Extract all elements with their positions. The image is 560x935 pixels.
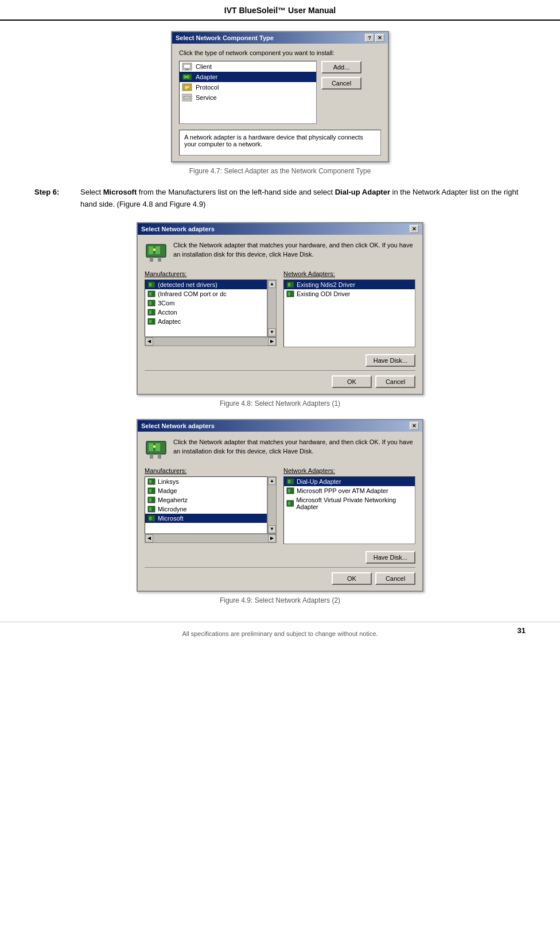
sna1-h-scroll[interactable]: ◀ ▶	[145, 337, 277, 346]
sna2-mfr-row-2[interactable]: Megahertz	[145, 495, 267, 505]
sna1-manufacturers-listbox-wrap: (detected net drivers) (Infrared COM por…	[145, 280, 277, 337]
page-footer: All specifications are preliminary and s…	[0, 622, 560, 643]
mfr-label-1: (Infrared COM port or dc	[158, 290, 227, 297]
sna2-mfr-row-4[interactable]: Microsoft	[145, 514, 267, 523]
mfr-icon-4	[147, 318, 155, 325]
sna1-manufacturers-list[interactable]: (detected net drivers) (Infrared COM por…	[145, 280, 267, 337]
sna1-adapter-row-1[interactable]: Existing ODI Driver	[284, 289, 415, 298]
sna2-adapter-icon-0	[286, 478, 294, 485]
sna1-manufacturers-scrollbar[interactable]: ▲ ▼	[267, 280, 277, 337]
sna2-header-text: Click the Network adapter that matches y…	[173, 437, 415, 456]
service-label: Service	[196, 94, 217, 101]
sna2-adapter-label-2: Microsoft Virtual Private Networking Ada…	[296, 496, 413, 510]
mfr-icon-0	[147, 281, 155, 288]
svg-rect-2	[185, 69, 189, 70]
h-scroll-track[interactable]	[153, 337, 268, 346]
sna2-manufacturers-list[interactable]: Linksys Madge Megahertz	[145, 476, 267, 534]
add-button[interactable]: Add...	[321, 61, 361, 73]
sna2-scroll-thumb[interactable]	[268, 485, 276, 525]
sna2-mfr-icon-0	[147, 478, 155, 485]
svg-rect-33	[149, 443, 153, 451]
sna2-scroll-down[interactable]: ▼	[268, 525, 276, 533]
help-button[interactable]: ?	[365, 34, 374, 42]
svg-rect-31	[288, 292, 290, 296]
sna2-adapter-row-2[interactable]: Microsoft Virtual Private Networking Ada…	[284, 495, 415, 511]
scroll-up-arrow[interactable]: ▲	[268, 280, 276, 288]
dialog-sna2-wrapper: Select Network adapters ✕	[34, 419, 526, 592]
dialog-sna1-titlebar: Select Network adapters ✕	[138, 223, 422, 235]
sna2-large-icon	[145, 437, 168, 460]
sna2-scroll-up[interactable]: ▲	[268, 477, 276, 485]
adapter-icon-0	[286, 281, 294, 288]
svg-rect-34	[155, 443, 160, 451]
step-text-2: from the Manufacturers list on the left-…	[137, 188, 335, 196]
h-scroll-right[interactable]: ▶	[268, 337, 276, 346]
list-item-protocol[interactable]: IP Protocol	[180, 82, 316, 92]
svg-rect-5	[187, 75, 189, 79]
sna2-h-scroll-right[interactable]: ▶	[268, 534, 276, 542]
scroll-down-arrow[interactable]: ▼	[268, 328, 276, 336]
svg-rect-21	[149, 292, 151, 296]
sna1-have-disk-button[interactable]: Have Disk...	[365, 354, 415, 367]
snct-main-area: Client Adapter	[179, 61, 381, 124]
service-icon	[182, 94, 192, 102]
sna1-cancel-button[interactable]: Cancel	[375, 375, 415, 388]
scroll-thumb[interactable]	[268, 288, 276, 328]
dialog-snct-wrapper: Select Network Component Type ? ✕ Click …	[34, 31, 526, 162]
sna2-ok-button[interactable]: OK	[332, 572, 372, 585]
adapter-label-1: Existing ODI Driver	[297, 290, 351, 297]
sna2-adapter-label-0: Dial-Up Adapter	[297, 478, 341, 485]
sna1-ok-button[interactable]: OK	[332, 375, 372, 388]
sna2-h-scroll[interactable]: ◀ ▶	[145, 534, 277, 543]
dialog-snct: Select Network Component Type ? ✕ Click …	[171, 31, 389, 162]
snct-list[interactable]: Client Adapter	[179, 61, 317, 124]
sna2-mfr-icon-4	[147, 515, 155, 522]
list-item-client[interactable]: Client	[180, 61, 316, 72]
sna1-large-icon	[145, 240, 168, 263]
sna1-mfr-row-4[interactable]: Adaptec	[145, 317, 267, 326]
svg-rect-11	[184, 96, 190, 99]
mfr-label-4: Adaptec	[158, 318, 181, 325]
sna1-mfr-row-2[interactable]: 3Com	[145, 298, 267, 308]
adapter-icon-1	[286, 290, 294, 297]
sna2-adapters-list[interactable]: Dial-Up Adapter Microsoft PPP over ATM A…	[283, 476, 415, 544]
svg-rect-16	[150, 257, 153, 262]
sna2-mfr-row-1[interactable]: Madge	[145, 486, 267, 495]
sna2-cancel-button[interactable]: Cancel	[375, 572, 415, 585]
protocol-icon: IP	[182, 83, 192, 91]
sna1-mfr-row-3[interactable]: Accton	[145, 308, 267, 317]
sna2-mfr-row-0[interactable]: Linksys	[145, 477, 267, 486]
sna2-h-scroll-left[interactable]: ◀	[145, 534, 153, 542]
sna1-adapters-list[interactable]: Existing Ndis2 Driver Existing ODI Drive…	[283, 280, 415, 347]
sna2-adapter-row-0[interactable]: Dial-Up Adapter	[284, 477, 415, 486]
svg-rect-51	[288, 489, 290, 492]
sna2-close-button[interactable]: ✕	[410, 422, 419, 430]
dialog-sna2: Select Network adapters ✕	[137, 419, 423, 592]
sna2-adapter-row-1[interactable]: Microsoft PPP over ATM Adapter	[284, 486, 415, 495]
sna2-adapter-label-1: Microsoft PPP over ATM Adapter	[297, 487, 388, 494]
sna2-titlebar-buttons: ✕	[410, 422, 419, 430]
sna2-adapter-icon-1	[286, 487, 294, 494]
sna1-close-button[interactable]: ✕	[410, 225, 419, 233]
sna2-have-disk-row: Have Disk...	[145, 551, 415, 564]
svg-rect-17	[158, 257, 161, 262]
sna2-h-scroll-track[interactable]	[153, 534, 268, 542]
sna2-manufacturers-scrollbar[interactable]: ▲ ▼	[267, 476, 277, 534]
sna1-mfr-row-1[interactable]: (Infrared COM port or dc	[145, 289, 267, 298]
cancel-button[interactable]: Cancel	[321, 77, 361, 90]
h-scroll-left[interactable]: ◀	[145, 337, 153, 346]
sna2-bottom-row: OK Cancel	[145, 572, 415, 585]
adapter-icon	[182, 73, 192, 81]
svg-rect-15	[153, 249, 155, 251]
step-bold-1: Microsoft	[103, 188, 137, 196]
list-item-service[interactable]: Service	[180, 92, 316, 103]
close-button[interactable]: ✕	[375, 34, 384, 42]
list-item-adapter[interactable]: Adapter	[180, 72, 316, 82]
svg-rect-37	[158, 454, 161, 459]
sna2-mfr-label-2: Megahertz	[158, 496, 188, 503]
sna1-adapter-row-0[interactable]: Existing Ndis2 Driver	[284, 280, 415, 289]
sna2-have-disk-button[interactable]: Have Disk...	[365, 551, 415, 564]
sna2-mfr-row-3[interactable]: Microdyne	[145, 505, 267, 514]
sna1-mfr-row-0[interactable]: (detected net drivers)	[145, 280, 267, 289]
dialog-snct-body: Click the type of network component you …	[172, 44, 388, 161]
